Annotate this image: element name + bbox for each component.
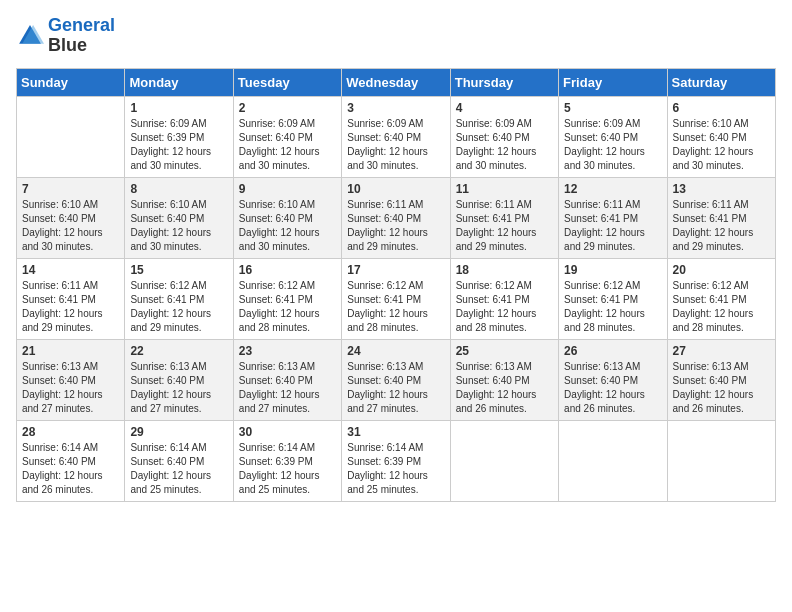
cell-info: Sunrise: 6:13 AM Sunset: 6:40 PM Dayligh… xyxy=(239,360,336,416)
cell-info: Sunrise: 6:11 AM Sunset: 6:41 PM Dayligh… xyxy=(564,198,661,254)
calendar-cell: 8 Sunrise: 6:10 AM Sunset: 6:40 PM Dayli… xyxy=(125,177,233,258)
column-header-wednesday: Wednesday xyxy=(342,68,450,96)
cell-info: Sunrise: 6:13 AM Sunset: 6:40 PM Dayligh… xyxy=(673,360,770,416)
calendar-cell: 12 Sunrise: 6:11 AM Sunset: 6:41 PM Dayl… xyxy=(559,177,667,258)
calendar-cell: 31 Sunrise: 6:14 AM Sunset: 6:39 PM Dayl… xyxy=(342,420,450,501)
day-number: 31 xyxy=(347,425,444,439)
calendar-body: 1 Sunrise: 6:09 AM Sunset: 6:39 PM Dayli… xyxy=(17,96,776,501)
cell-info: Sunrise: 6:11 AM Sunset: 6:41 PM Dayligh… xyxy=(22,279,119,335)
day-number: 19 xyxy=(564,263,661,277)
calendar-cell: 3 Sunrise: 6:09 AM Sunset: 6:40 PM Dayli… xyxy=(342,96,450,177)
calendar-cell xyxy=(17,96,125,177)
calendar-cell: 11 Sunrise: 6:11 AM Sunset: 6:41 PM Dayl… xyxy=(450,177,558,258)
day-number: 24 xyxy=(347,344,444,358)
calendar-cell: 23 Sunrise: 6:13 AM Sunset: 6:40 PM Dayl… xyxy=(233,339,341,420)
day-number: 15 xyxy=(130,263,227,277)
cell-info: Sunrise: 6:09 AM Sunset: 6:39 PM Dayligh… xyxy=(130,117,227,173)
cell-info: Sunrise: 6:13 AM Sunset: 6:40 PM Dayligh… xyxy=(22,360,119,416)
day-number: 4 xyxy=(456,101,553,115)
calendar-cell: 30 Sunrise: 6:14 AM Sunset: 6:39 PM Dayl… xyxy=(233,420,341,501)
calendar-cell: 26 Sunrise: 6:13 AM Sunset: 6:40 PM Dayl… xyxy=(559,339,667,420)
calendar-cell: 19 Sunrise: 6:12 AM Sunset: 6:41 PM Dayl… xyxy=(559,258,667,339)
cell-info: Sunrise: 6:10 AM Sunset: 6:40 PM Dayligh… xyxy=(673,117,770,173)
calendar-header: SundayMondayTuesdayWednesdayThursdayFrid… xyxy=(17,68,776,96)
cell-info: Sunrise: 6:10 AM Sunset: 6:40 PM Dayligh… xyxy=(130,198,227,254)
day-number: 9 xyxy=(239,182,336,196)
day-number: 3 xyxy=(347,101,444,115)
logo-icon xyxy=(16,22,44,50)
column-header-saturday: Saturday xyxy=(667,68,775,96)
cell-info: Sunrise: 6:10 AM Sunset: 6:40 PM Dayligh… xyxy=(22,198,119,254)
calendar-cell: 25 Sunrise: 6:13 AM Sunset: 6:40 PM Dayl… xyxy=(450,339,558,420)
day-number: 8 xyxy=(130,182,227,196)
calendar-cell: 7 Sunrise: 6:10 AM Sunset: 6:40 PM Dayli… xyxy=(17,177,125,258)
cell-info: Sunrise: 6:09 AM Sunset: 6:40 PM Dayligh… xyxy=(564,117,661,173)
day-number: 17 xyxy=(347,263,444,277)
cell-info: Sunrise: 6:14 AM Sunset: 6:40 PM Dayligh… xyxy=(22,441,119,497)
column-header-friday: Friday xyxy=(559,68,667,96)
calendar-week-5: 28 Sunrise: 6:14 AM Sunset: 6:40 PM Dayl… xyxy=(17,420,776,501)
cell-info: Sunrise: 6:14 AM Sunset: 6:40 PM Dayligh… xyxy=(130,441,227,497)
column-header-thursday: Thursday xyxy=(450,68,558,96)
day-number: 27 xyxy=(673,344,770,358)
calendar-table: SundayMondayTuesdayWednesdayThursdayFrid… xyxy=(16,68,776,502)
cell-info: Sunrise: 6:09 AM Sunset: 6:40 PM Dayligh… xyxy=(347,117,444,173)
calendar-cell: 29 Sunrise: 6:14 AM Sunset: 6:40 PM Dayl… xyxy=(125,420,233,501)
day-number: 18 xyxy=(456,263,553,277)
calendar-cell: 17 Sunrise: 6:12 AM Sunset: 6:41 PM Dayl… xyxy=(342,258,450,339)
day-number: 23 xyxy=(239,344,336,358)
day-number: 25 xyxy=(456,344,553,358)
day-number: 20 xyxy=(673,263,770,277)
day-number: 22 xyxy=(130,344,227,358)
cell-info: Sunrise: 6:14 AM Sunset: 6:39 PM Dayligh… xyxy=(347,441,444,497)
day-number: 11 xyxy=(456,182,553,196)
cell-info: Sunrise: 6:12 AM Sunset: 6:41 PM Dayligh… xyxy=(130,279,227,335)
cell-info: Sunrise: 6:12 AM Sunset: 6:41 PM Dayligh… xyxy=(564,279,661,335)
calendar-cell xyxy=(450,420,558,501)
cell-info: Sunrise: 6:13 AM Sunset: 6:40 PM Dayligh… xyxy=(456,360,553,416)
logo-text: GeneralBlue xyxy=(48,16,115,56)
cell-info: Sunrise: 6:09 AM Sunset: 6:40 PM Dayligh… xyxy=(456,117,553,173)
calendar-cell: 15 Sunrise: 6:12 AM Sunset: 6:41 PM Dayl… xyxy=(125,258,233,339)
cell-info: Sunrise: 6:11 AM Sunset: 6:40 PM Dayligh… xyxy=(347,198,444,254)
page-header: GeneralBlue xyxy=(16,16,776,56)
cell-info: Sunrise: 6:09 AM Sunset: 6:40 PM Dayligh… xyxy=(239,117,336,173)
calendar-cell: 20 Sunrise: 6:12 AM Sunset: 6:41 PM Dayl… xyxy=(667,258,775,339)
cell-info: Sunrise: 6:13 AM Sunset: 6:40 PM Dayligh… xyxy=(564,360,661,416)
day-number: 21 xyxy=(22,344,119,358)
calendar-cell: 5 Sunrise: 6:09 AM Sunset: 6:40 PM Dayli… xyxy=(559,96,667,177)
cell-info: Sunrise: 6:12 AM Sunset: 6:41 PM Dayligh… xyxy=(456,279,553,335)
calendar-week-4: 21 Sunrise: 6:13 AM Sunset: 6:40 PM Dayl… xyxy=(17,339,776,420)
day-number: 13 xyxy=(673,182,770,196)
calendar-week-1: 1 Sunrise: 6:09 AM Sunset: 6:39 PM Dayli… xyxy=(17,96,776,177)
day-number: 10 xyxy=(347,182,444,196)
calendar-cell: 9 Sunrise: 6:10 AM Sunset: 6:40 PM Dayli… xyxy=(233,177,341,258)
calendar-week-3: 14 Sunrise: 6:11 AM Sunset: 6:41 PM Dayl… xyxy=(17,258,776,339)
day-number: 2 xyxy=(239,101,336,115)
calendar-cell: 6 Sunrise: 6:10 AM Sunset: 6:40 PM Dayli… xyxy=(667,96,775,177)
cell-info: Sunrise: 6:13 AM Sunset: 6:40 PM Dayligh… xyxy=(130,360,227,416)
cell-info: Sunrise: 6:10 AM Sunset: 6:40 PM Dayligh… xyxy=(239,198,336,254)
logo: GeneralBlue xyxy=(16,16,115,56)
day-number: 29 xyxy=(130,425,227,439)
calendar-cell: 24 Sunrise: 6:13 AM Sunset: 6:40 PM Dayl… xyxy=(342,339,450,420)
calendar-cell: 13 Sunrise: 6:11 AM Sunset: 6:41 PM Dayl… xyxy=(667,177,775,258)
day-number: 5 xyxy=(564,101,661,115)
calendar-cell: 10 Sunrise: 6:11 AM Sunset: 6:40 PM Dayl… xyxy=(342,177,450,258)
cell-info: Sunrise: 6:11 AM Sunset: 6:41 PM Dayligh… xyxy=(456,198,553,254)
cell-info: Sunrise: 6:12 AM Sunset: 6:41 PM Dayligh… xyxy=(239,279,336,335)
calendar-cell: 18 Sunrise: 6:12 AM Sunset: 6:41 PM Dayl… xyxy=(450,258,558,339)
cell-info: Sunrise: 6:13 AM Sunset: 6:40 PM Dayligh… xyxy=(347,360,444,416)
cell-info: Sunrise: 6:14 AM Sunset: 6:39 PM Dayligh… xyxy=(239,441,336,497)
day-number: 30 xyxy=(239,425,336,439)
day-number: 16 xyxy=(239,263,336,277)
calendar-cell: 28 Sunrise: 6:14 AM Sunset: 6:40 PM Dayl… xyxy=(17,420,125,501)
column-header-monday: Monday xyxy=(125,68,233,96)
calendar-cell: 22 Sunrise: 6:13 AM Sunset: 6:40 PM Dayl… xyxy=(125,339,233,420)
calendar-cell: 1 Sunrise: 6:09 AM Sunset: 6:39 PM Dayli… xyxy=(125,96,233,177)
cell-info: Sunrise: 6:12 AM Sunset: 6:41 PM Dayligh… xyxy=(347,279,444,335)
calendar-cell xyxy=(667,420,775,501)
column-header-sunday: Sunday xyxy=(17,68,125,96)
calendar-cell xyxy=(559,420,667,501)
day-number: 28 xyxy=(22,425,119,439)
